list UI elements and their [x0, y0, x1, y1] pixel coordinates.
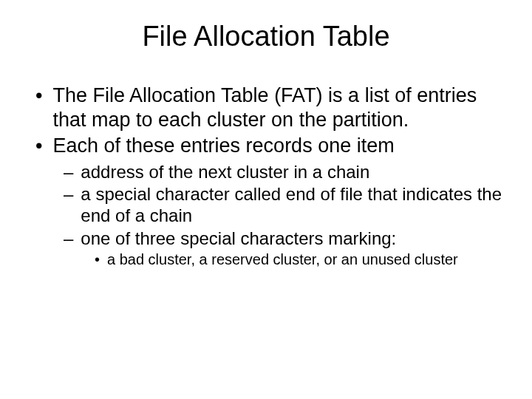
bullet-marker: •	[35, 83, 52, 132]
dash-marker: –	[64, 183, 81, 227]
dash-marker: –	[64, 228, 81, 249]
bullet-marker: •	[35, 134, 52, 158]
sub-bullet-text: one of three special characters marking:	[81, 228, 396, 249]
slide-title: File Allocation Table	[18, 21, 514, 52]
sub-bullet-text: address of the next cluster in a chain	[81, 161, 369, 183]
bullet-text: The File Allocation Table (FAT) is a lis…	[52, 83, 514, 132]
bullet-item: • The File Allocation Table (FAT) is a l…	[18, 83, 514, 132]
bullet-text: Each of these entries records one item	[52, 134, 394, 158]
bullet-marker: •	[95, 250, 107, 269]
slide-body: • The File Allocation Table (FAT) is a l…	[18, 83, 514, 269]
sub-bullet-item: – address of the next cluster in a chain	[18, 161, 514, 183]
sub-sub-bullet-item: • a bad cluster, a reserved cluster, or …	[18, 250, 514, 269]
sub-sub-bullet-text: a bad cluster, a reserved cluster, or an…	[107, 250, 458, 269]
sub-bullet-text: a special character called end of file t…	[81, 183, 514, 227]
sub-bullet-item: – one of three special characters markin…	[18, 228, 514, 249]
sub-bullet-item: – a special character called end of file…	[18, 183, 514, 227]
dash-marker: –	[64, 161, 81, 183]
bullet-item: • Each of these entries records one item	[18, 134, 514, 158]
